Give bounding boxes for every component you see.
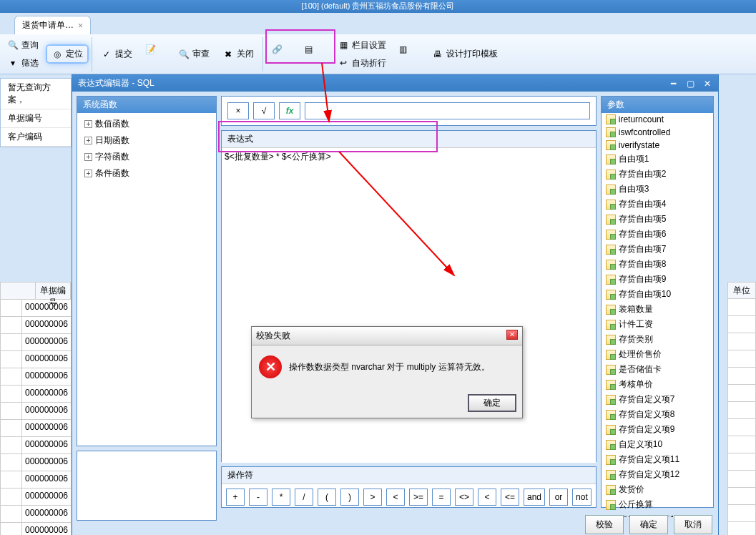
parameter-item[interactable]: 存货自由项8 xyxy=(602,257,713,272)
parameter-item[interactable]: 发货价 xyxy=(602,482,713,497)
fx-clear-button[interactable]: × xyxy=(227,102,249,119)
table-row[interactable]: 000000006 xyxy=(0,402,72,419)
query-button[interactable]: 🔍查询 xyxy=(3,37,43,54)
barcode-button[interactable]: ▤ xyxy=(300,42,329,67)
operator-button[interactable]: / xyxy=(295,489,313,506)
expand-icon[interactable]: + xyxy=(84,137,92,144)
parameter-item[interactable]: 是否储值卡 xyxy=(602,362,713,377)
table-row[interactable] xyxy=(727,368,756,385)
operator-button[interactable]: = xyxy=(432,489,451,506)
error-titlebar[interactable]: 校验失败 ✕ xyxy=(252,327,522,345)
validate-button[interactable]: 校验 xyxy=(585,515,624,534)
table-row[interactable] xyxy=(727,333,756,350)
column-settings-button[interactable]: ▦栏目设置 xyxy=(333,37,391,54)
table-row[interactable]: 000000006 xyxy=(0,522,72,535)
table-row[interactable] xyxy=(727,419,756,436)
operator-button[interactable]: <= xyxy=(501,489,519,506)
error-close-icon[interactable]: ✕ xyxy=(506,330,518,340)
expand-icon[interactable]: + xyxy=(84,120,92,128)
audit-button[interactable]: 🔍审查 xyxy=(174,46,214,62)
error-ok-button[interactable]: 确定 xyxy=(468,394,516,412)
parameter-item[interactable]: 存货自由项7 xyxy=(602,242,713,257)
operator-button[interactable]: - xyxy=(249,489,267,506)
operator-button[interactable]: * xyxy=(272,489,290,506)
ok-button[interactable]: 确定 xyxy=(629,515,668,534)
autowrap-button[interactable]: ↩自动折行 xyxy=(333,55,391,72)
table-row[interactable] xyxy=(727,471,756,488)
tab-return-request[interactable]: 退货申请单… × xyxy=(14,16,91,34)
expand-icon[interactable]: + xyxy=(84,170,92,177)
filter-button[interactable]: ▾筛选 xyxy=(3,55,43,72)
table-row[interactable] xyxy=(727,505,756,522)
parameter-item[interactable]: 自由项1 xyxy=(602,152,713,167)
table-row[interactable] xyxy=(727,402,756,419)
operator-button[interactable]: ( xyxy=(318,489,336,506)
maximize-icon[interactable]: ▢ xyxy=(685,79,695,89)
table-row[interactable] xyxy=(727,488,756,505)
table-row[interactable]: 000000006 xyxy=(0,350,72,368)
table-row[interactable]: 000000006 xyxy=(0,419,72,436)
minimize-icon[interactable]: ━ xyxy=(668,79,678,89)
operator-button[interactable]: >= xyxy=(409,489,428,506)
expand-icon[interactable]: + xyxy=(84,153,92,161)
operator-button[interactable]: < xyxy=(478,489,496,506)
parameter-item[interactable]: 存货自定义项7 xyxy=(602,392,713,407)
parameter-item[interactable]: 存货自由项10 xyxy=(602,287,713,302)
operator-button[interactable]: ) xyxy=(340,489,359,506)
table-row[interactable] xyxy=(727,316,756,333)
fx-input[interactable] xyxy=(305,102,590,119)
edit-large-button[interactable]: 📝 xyxy=(141,42,170,67)
parameter-item[interactable]: 考核单价 xyxy=(602,377,713,392)
parameter-item[interactable]: 自由项3 xyxy=(602,182,713,197)
parameter-item[interactable]: 存货自定义项12 xyxy=(602,467,713,482)
field-customer-code[interactable]: 客户编码 xyxy=(1,128,71,147)
table-row[interactable]: 000000006 xyxy=(0,488,72,505)
table-row[interactable]: 000000006 xyxy=(0,368,72,385)
close-icon[interactable]: × xyxy=(78,21,83,31)
parameter-item[interactable]: 存货自定义项11 xyxy=(602,452,713,467)
function-category[interactable]: + 字符函数 xyxy=(80,149,213,165)
link-button[interactable]: 🔗 xyxy=(267,42,296,67)
table-row[interactable] xyxy=(727,436,756,453)
close-button[interactable]: ✖关闭 xyxy=(218,46,258,62)
parameter-item[interactable]: 存货自定义项9 xyxy=(602,422,713,437)
locate-button[interactable]: ◎定位 xyxy=(47,46,87,62)
barcode2-button[interactable]: ▥ xyxy=(395,42,423,67)
close-window-icon[interactable]: ✕ xyxy=(702,79,712,89)
parameter-item[interactable]: ireturncount xyxy=(602,113,713,126)
table-row[interactable] xyxy=(727,522,756,535)
function-category[interactable]: + 条件函数 xyxy=(80,165,213,182)
fx-function-button[interactable]: fx xyxy=(279,102,300,119)
parameter-item[interactable]: 存货类别 xyxy=(602,332,713,347)
editor-titlebar[interactable]: 表达式编辑器 - SQL ━ ▢ ✕ xyxy=(72,75,718,92)
table-row[interactable]: 000000006 xyxy=(0,505,72,522)
table-row[interactable]: 000000006 xyxy=(0,453,72,471)
parameter-item[interactable]: 存货自由项4 xyxy=(602,197,713,212)
parameter-item[interactable]: iverifystate xyxy=(602,139,713,152)
table-row[interactable]: 000000006 xyxy=(0,436,72,453)
table-row[interactable]: 000000006 xyxy=(0,299,72,316)
parameter-item[interactable]: iswfcontrolled xyxy=(602,126,713,139)
operator-button[interactable]: > xyxy=(363,489,382,506)
field-bill-no[interactable]: 单据编号 xyxy=(1,109,71,128)
parameter-item[interactable]: 存货自由项5 xyxy=(602,212,713,227)
parameter-item[interactable]: 存货自定义项8 xyxy=(602,407,713,422)
table-row[interactable]: 000000006 xyxy=(0,385,72,402)
operator-button[interactable]: or xyxy=(549,489,568,506)
table-row[interactable]: 000000006 xyxy=(0,333,72,350)
operator-button[interactable]: < xyxy=(386,489,405,506)
table-row[interactable] xyxy=(727,385,756,402)
cancel-button[interactable]: 取消 xyxy=(674,515,712,534)
parameter-item[interactable]: 存货自由项2 xyxy=(602,167,713,182)
parameter-item[interactable]: 装箱数量 xyxy=(602,302,713,317)
parameter-item[interactable]: 存货自由项9 xyxy=(602,272,713,287)
parameter-item[interactable]: 自定义项10 xyxy=(602,437,713,452)
print-template-button[interactable]: 🖶设计打印模板 xyxy=(428,46,502,62)
operator-button[interactable]: + xyxy=(226,489,245,506)
operator-button[interactable]: and xyxy=(524,489,545,506)
parameter-item[interactable]: 公斤换算 xyxy=(602,497,713,512)
table-row[interactable] xyxy=(727,299,756,316)
operator-button[interactable]: <> xyxy=(455,489,473,506)
function-category[interactable]: + 日期函数 xyxy=(80,132,213,149)
operator-button[interactable]: not xyxy=(572,489,591,506)
